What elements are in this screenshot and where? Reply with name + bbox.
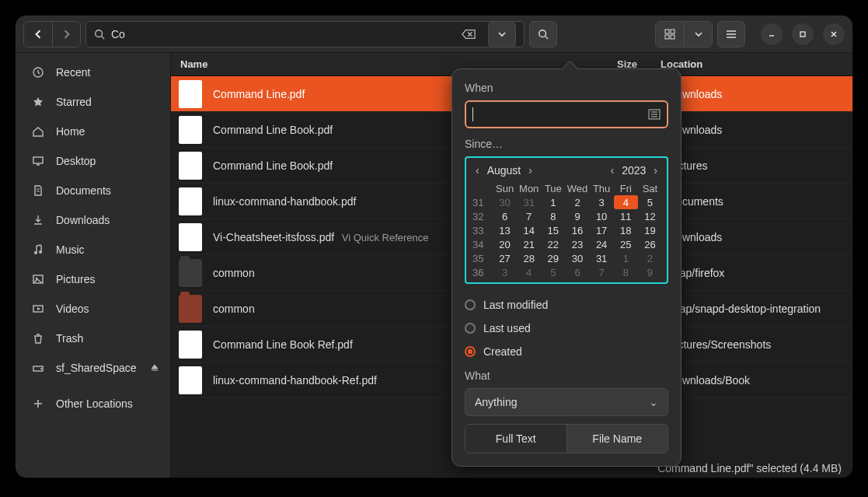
calendar-day[interactable]: 27 — [493, 251, 517, 265]
calendar-day[interactable]: 6 — [565, 265, 589, 279]
calendar-day[interactable]: 31 — [590, 251, 614, 265]
calendar-day[interactable]: 4 — [614, 195, 638, 209]
sidebar-item-trash[interactable]: Trash — [16, 324, 170, 353]
search-again-button[interactable] — [529, 21, 557, 47]
calendar-day[interactable]: 22 — [541, 237, 565, 251]
calendar-day[interactable]: 13 — [493, 223, 517, 237]
calendar-day[interactable]: 12 — [638, 209, 662, 223]
next-month-button[interactable]: › — [525, 163, 535, 178]
calendar-day[interactable]: 8 — [614, 265, 638, 279]
search-options-toggle[interactable] — [488, 21, 516, 47]
chevron-right-icon — [62, 30, 71, 39]
when-input[interactable] — [465, 100, 668, 128]
calendar-day[interactable]: 8 — [541, 209, 565, 223]
sidebar-item-desktop[interactable]: Desktop — [16, 146, 170, 176]
back-button[interactable] — [24, 22, 52, 47]
sidebar-item-home[interactable]: Home — [16, 117, 170, 146]
minimize-button[interactable] — [761, 23, 783, 45]
month-label[interactable]: August — [487, 164, 521, 177]
calendar-day[interactable]: 9 — [638, 265, 662, 279]
calendar-day[interactable]: 1 — [614, 251, 638, 265]
svg-point-10 — [39, 250, 42, 254]
calendar-day[interactable]: 5 — [541, 265, 565, 279]
calendar-day[interactable]: 29 — [541, 251, 565, 265]
calendar-day[interactable]: 28 — [517, 251, 541, 265]
file-location: Pictures/Screenshots — [661, 338, 852, 351]
next-year-button[interactable]: › — [650, 163, 661, 178]
week-number: 32 — [471, 209, 493, 223]
what-dropdown[interactable]: Anything ⌄ — [465, 388, 668, 416]
calendar-day[interactable]: 7 — [590, 265, 614, 279]
view-options-button[interactable] — [684, 22, 712, 47]
calendar-day[interactable]: 20 — [493, 237, 517, 251]
sidebar-item-documents[interactable]: Documents — [16, 176, 170, 205]
calendar-day[interactable]: 3 — [590, 195, 614, 209]
file-location: Downloads — [661, 231, 852, 243]
text-cursor — [472, 107, 473, 121]
calendar-day[interactable]: 9 — [565, 209, 589, 223]
calendar-day[interactable]: 25 — [614, 237, 638, 251]
forward-button[interactable] — [52, 22, 80, 47]
file-name-tab[interactable]: File Name — [566, 425, 668, 453]
hamburger-menu-button[interactable] — [717, 21, 745, 47]
dow-label: Mon — [517, 181, 541, 195]
calendar-day[interactable]: 14 — [517, 223, 541, 237]
prev-year-button[interactable]: ‹ — [608, 163, 618, 178]
sidebar-item-sf-sharedspace[interactable]: sf_SharedSpace — [16, 353, 170, 383]
what-value: Anything — [475, 396, 517, 408]
calendar-day[interactable]: 17 — [590, 223, 614, 237]
search-icon — [94, 29, 105, 40]
dow-label: Sat — [638, 181, 662, 195]
chevron-down-icon — [498, 31, 506, 37]
date-list-icon[interactable] — [648, 109, 661, 120]
calendar-day[interactable]: 6 — [493, 209, 517, 223]
calendar-day[interactable]: 24 — [590, 237, 614, 251]
chevron-down-icon — [695, 31, 702, 37]
sidebar-item-music[interactable]: Music — [16, 235, 170, 264]
sidebar-item-downloads[interactable]: Downloads — [16, 205, 170, 235]
icon-view-button[interactable] — [656, 22, 684, 47]
search-input[interactable] — [111, 28, 455, 40]
calendar-day[interactable]: 26 — [638, 237, 662, 251]
calendar-day[interactable]: 3 — [493, 265, 517, 279]
clear-search-icon[interactable] — [462, 29, 476, 40]
dow-label: Wed — [565, 181, 589, 195]
calendar-day[interactable]: 2 — [565, 195, 589, 209]
year-label[interactable]: 2023 — [622, 164, 646, 177]
sidebar-item-other-locations[interactable]: Other Locations — [16, 389, 170, 418]
sidebar-item-starred[interactable]: Starred — [16, 87, 170, 117]
calendar-day[interactable]: 21 — [517, 237, 541, 251]
calendar-day[interactable]: 2 — [638, 251, 662, 265]
calendar-day[interactable]: 18 — [614, 223, 638, 237]
when-radio-last-used[interactable]: Last used — [465, 317, 668, 340]
maximize-button[interactable] — [792, 23, 814, 45]
calendar-day[interactable]: 16 — [565, 223, 589, 237]
calendar-day[interactable]: 15 — [541, 223, 565, 237]
svg-point-0 — [96, 30, 103, 37]
calendar-day[interactable]: 4 — [517, 265, 541, 279]
calendar-day[interactable]: 31 — [517, 195, 541, 209]
when-radio-created[interactable]: Created — [465, 340, 668, 363]
calendar-day[interactable]: 23 — [565, 237, 589, 251]
sidebar-item-pictures[interactable]: Pictures — [16, 264, 170, 294]
calendar-day[interactable]: 10 — [590, 209, 614, 223]
calendar-day[interactable]: 19 — [638, 223, 662, 237]
week-number: 34 — [471, 237, 493, 251]
prev-month-button[interactable]: ‹ — [472, 163, 483, 178]
search-bar[interactable] — [85, 21, 525, 47]
calendar-day[interactable]: 11 — [614, 209, 638, 223]
calendar-day[interactable]: 5 — [638, 195, 662, 209]
calendar-day[interactable]: 1 — [541, 195, 565, 209]
eject-icon[interactable] — [150, 363, 159, 373]
close-button[interactable] — [823, 23, 845, 45]
full-text-tab[interactable]: Full Text — [465, 425, 566, 453]
calendar-day[interactable]: 30 — [565, 251, 589, 265]
sidebar-item-recent[interactable]: Recent — [16, 58, 170, 87]
column-location[interactable]: Location — [653, 58, 852, 70]
when-radio-last-modified[interactable]: Last modified — [465, 293, 668, 317]
calendar[interactable]: ‹ August › ‹ 2023 › SunMonTueWedThuFriSa… — [465, 156, 668, 284]
calendar-day[interactable]: 30 — [493, 195, 517, 209]
calendar-day[interactable]: 7 — [517, 209, 541, 223]
sidebar-item-videos[interactable]: Videos — [16, 294, 170, 324]
places-sidebar: RecentStarredHomeDesktopDocumentsDownloa… — [16, 53, 171, 478]
